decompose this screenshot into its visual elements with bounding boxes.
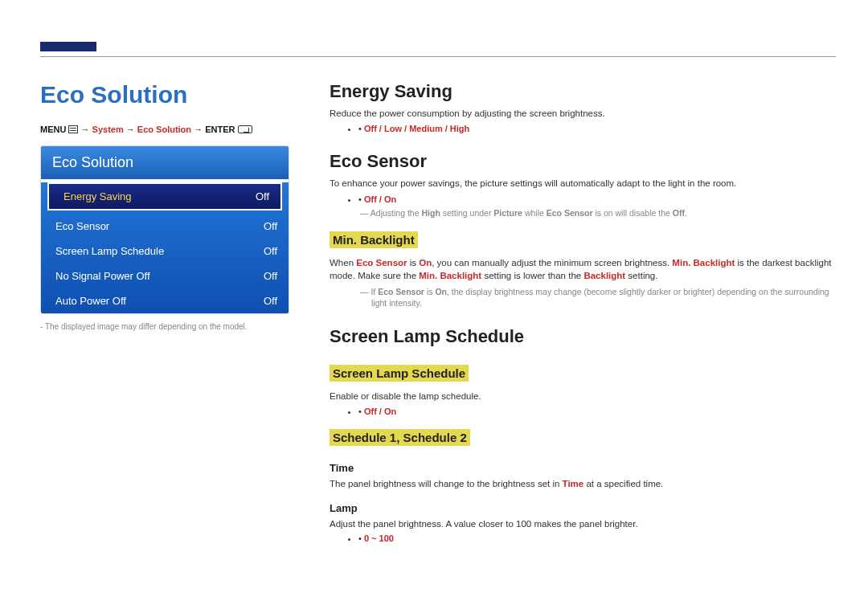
min-backlight-heading: Min. Backlight: [330, 231, 418, 248]
menu-item-label: Screen Lamp Schedule: [55, 245, 164, 257]
menu-item-value: Off: [264, 270, 277, 282]
enter-label: ENTER: [205, 125, 235, 134]
eco-sensor-note: Adjusting the High setting under Picture…: [344, 207, 836, 219]
page: Eco Solution MENU → System → Eco Solutio…: [0, 57, 868, 543]
menu-body: Energy Saving Off Eco Sensor Off Screen …: [41, 182, 289, 313]
menu-item-value: Off: [264, 245, 277, 257]
sls-sub1-heading: Screen Lamp Schedule: [330, 365, 469, 382]
eco-sensor-desc: To enhance your power savings, the pictu…: [330, 177, 836, 190]
arrow-icon: →: [81, 125, 90, 134]
sls-sub2-heading: Schedule 1, Schedule 2: [330, 429, 470, 446]
sls-sub1-options: • Off / On: [358, 407, 836, 416]
top-accent-bar: [40, 42, 96, 51]
menu-item-energy-saving[interactable]: Energy Saving Off: [47, 182, 282, 210]
page-title: Eco Solution: [40, 81, 289, 108]
osdl-menu: Eco Solution Energy Saving Off Eco Senso…: [40, 145, 289, 314]
menu-label: MENU: [40, 125, 66, 134]
crumb-eco: Eco Solution: [137, 125, 191, 134]
menu-item-eco-sensor[interactable]: Eco Sensor Off: [41, 214, 289, 239]
section-eco-sensor-title: Eco Sensor: [330, 151, 836, 172]
sls-sub1-desc: Enable or disable the lamp schedule.: [330, 390, 836, 403]
arrow-icon: →: [194, 125, 203, 134]
menu-icon: [68, 125, 78, 133]
crumb-system: System: [92, 125, 124, 134]
lamp-desc: Adjust the panel brightness. A value clo…: [330, 517, 836, 531]
time-heading: Time: [330, 462, 836, 474]
min-backlight-note: If Eco Sensor is On, the display brightn…: [344, 286, 836, 309]
section-sls-title: Screen Lamp Schedule: [330, 326, 836, 347]
eco-sensor-options: • Off / On: [358, 194, 836, 204]
section-energy-saving-title: Energy Saving: [330, 81, 836, 102]
arrow-icon: →: [126, 125, 135, 134]
menu-item-value: Off: [256, 190, 269, 202]
left-column: Eco Solution MENU → System → Eco Solutio…: [40, 81, 289, 543]
time-desc: The panel brightness will change to the …: [330, 477, 836, 491]
min-backlight-desc: When Eco Sensor is On, you can manually …: [330, 256, 836, 283]
menu-item-value: Off: [264, 295, 277, 307]
menu-item-auto-power-off[interactable]: Auto Power Off Off: [41, 288, 289, 313]
menu-item-label: Auto Power Off: [55, 295, 126, 307]
right-column: Energy Saving Reduce the power consumpti…: [330, 81, 836, 543]
menu-item-label: No Signal Power Off: [55, 270, 150, 282]
breadcrumb: MENU → System → Eco Solution → ENTER: [40, 125, 289, 134]
menu-header: Eco Solution: [41, 146, 289, 179]
menu-item-label: Energy Saving: [63, 190, 132, 202]
menu-item-screen-lamp[interactable]: Screen Lamp Schedule Off: [41, 239, 289, 264]
menu-item-label: Eco Sensor: [55, 220, 109, 232]
enter-icon: [238, 125, 252, 133]
menu-item-value: Off: [264, 220, 277, 232]
energy-saving-options: • Off / Low / Medium / High: [358, 124, 836, 133]
lamp-options: • 0 ~ 100: [358, 533, 836, 543]
menu-item-no-signal[interactable]: No Signal Power Off Off: [41, 264, 289, 288]
energy-saving-desc: Reduce the power consumption by adjustin…: [330, 107, 836, 121]
disclaimer-text: - The displayed image may differ dependi…: [40, 322, 289, 331]
lamp-heading: Lamp: [330, 502, 836, 514]
